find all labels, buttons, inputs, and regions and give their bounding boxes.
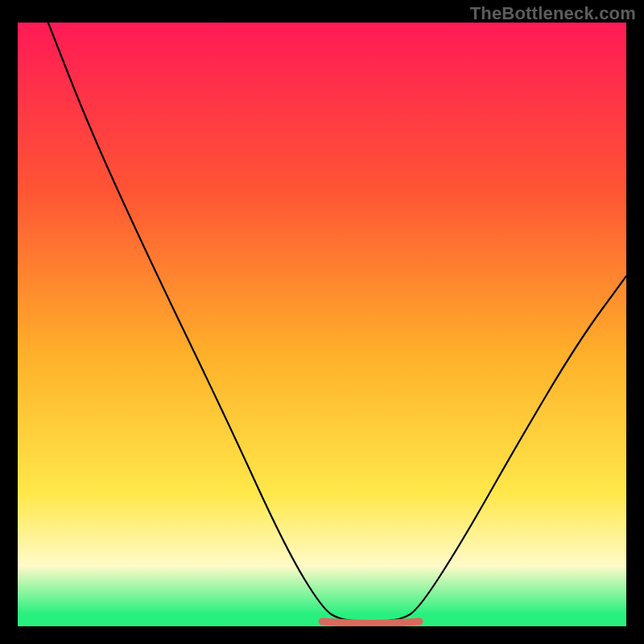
optimal-range-highlight: [322, 621, 419, 624]
chart-frame: TheBottleneck.com: [0, 0, 644, 644]
gradient-rect: [18, 23, 626, 626]
bottleneck-chart-svg: [18, 23, 626, 626]
plot-area: [18, 23, 626, 626]
watermark-label: TheBottleneck.com: [470, 3, 636, 24]
